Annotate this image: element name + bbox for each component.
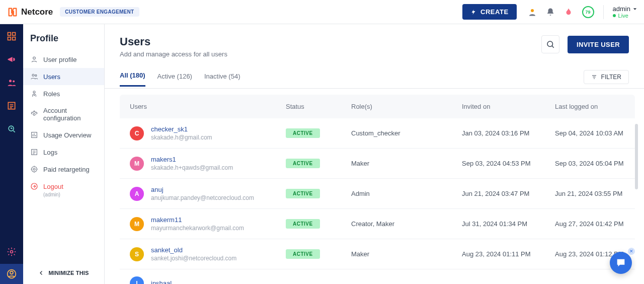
retarget-icon bbox=[30, 165, 38, 173]
sidebar-item-label: User profile bbox=[43, 56, 76, 63]
tab-all[interactable]: All (180) bbox=[120, 72, 145, 87]
topbar-icon-group: 79 admin Live bbox=[528, 5, 637, 19]
rail-profile-icon[interactable] bbox=[0, 264, 23, 284]
user-name-link[interactable]: makerm11 bbox=[151, 216, 244, 224]
create-button[interactable]: CREATE bbox=[462, 4, 516, 20]
filter-button[interactable]: FILTER bbox=[584, 70, 629, 84]
roles-cell: Creator, Maker bbox=[351, 220, 462, 228]
table-row[interactable]: Ssanket_oldsanket.joshi@netcorecloud.com… bbox=[120, 239, 635, 269]
invited-cell: Aug 23, 2024 01:11 PM bbox=[462, 250, 555, 258]
avatar: S bbox=[130, 247, 144, 261]
table-row[interactable]: Mmakerm11mayurmanchekarwork@gmail.comACT… bbox=[120, 209, 635, 239]
sidebar-item-account-config[interactable]: Account configuration bbox=[23, 102, 104, 126]
sidebar-item-users[interactable]: Users bbox=[23, 68, 104, 85]
rail-campaigns-icon[interactable] bbox=[7, 54, 17, 64]
svg-point-15 bbox=[33, 91, 35, 93]
avatar-icon[interactable] bbox=[528, 8, 537, 17]
invite-user-button[interactable]: INVITE USER bbox=[568, 36, 629, 53]
create-button-label: CREATE bbox=[480, 8, 508, 16]
usage-icon bbox=[30, 131, 38, 139]
chat-close-button[interactable]: ✕ bbox=[628, 248, 635, 255]
brand-name: Netcore bbox=[21, 7, 53, 17]
scrollbar[interactable] bbox=[635, 124, 638, 189]
sidebar-item-label: Account configuration bbox=[43, 107, 97, 122]
svg-point-6 bbox=[13, 81, 15, 83]
table-row[interactable]: Aanujanujkumar.pandey@netcorecloud.comAC… bbox=[120, 179, 635, 209]
user-name-link[interactable]: inshaal bbox=[151, 279, 172, 285]
sidebar: Profile User profile Users Roles Account… bbox=[23, 24, 105, 284]
col-invited: Invited on bbox=[462, 103, 555, 110]
svg-point-5 bbox=[9, 80, 12, 82]
logout-icon bbox=[30, 182, 38, 190]
table-row[interactable]: Mmakers1skakade.h+qawds@gmail.comACTIVEM… bbox=[120, 149, 635, 179]
logs-icon bbox=[30, 148, 38, 156]
svg-point-16 bbox=[34, 95, 34, 96]
avatar: C bbox=[130, 126, 144, 140]
status-badge: ACTIVE bbox=[286, 189, 320, 198]
user-name-link[interactable]: anuj bbox=[151, 186, 254, 193]
chevron-left-icon bbox=[38, 270, 44, 276]
avatar: M bbox=[130, 157, 144, 171]
invited-cell: Jan 03, 2024 03:16 PM bbox=[462, 129, 555, 137]
minimize-sidebar-button[interactable]: MINIMIZE THIS bbox=[23, 262, 104, 284]
status-badge: ACTIVE bbox=[286, 249, 320, 259]
score-indicator[interactable]: 79 bbox=[582, 6, 594, 18]
user-email: skakade.h+qawds@gmail.com bbox=[151, 164, 233, 171]
sidebar-item-roles[interactable]: Roles bbox=[23, 85, 104, 102]
user-name-link[interactable]: checker_sk1 bbox=[151, 125, 212, 133]
users-table: Users Status Role(s) Invited on Last log… bbox=[105, 95, 644, 284]
brand-logo[interactable]: Netcore bbox=[7, 7, 53, 18]
rail-dashboard-icon[interactable] bbox=[7, 31, 17, 41]
chat-icon bbox=[615, 257, 626, 268]
filter-label: FILTER bbox=[601, 74, 621, 81]
col-lastlog: Last logged on bbox=[555, 103, 630, 110]
main-content: Users Add and manage access for all user… bbox=[105, 24, 644, 284]
page-header: Users Add and manage access for all user… bbox=[105, 24, 644, 63]
rail-audience-icon[interactable] bbox=[7, 78, 17, 88]
user-menu[interactable]: admin Live bbox=[613, 5, 637, 19]
flame-icon[interactable] bbox=[564, 8, 573, 17]
netcore-logo-icon bbox=[7, 7, 18, 18]
search-button[interactable] bbox=[541, 35, 559, 53]
sidebar-item-label: Paid retargeting bbox=[43, 166, 90, 173]
svg-point-0 bbox=[531, 9, 534, 12]
left-rail bbox=[0, 24, 23, 284]
rail-content-icon[interactable] bbox=[7, 101, 17, 111]
svg-rect-3 bbox=[8, 37, 11, 40]
bell-icon[interactable] bbox=[546, 8, 555, 17]
lastlog-cell: Jun 21, 2024 03:55 PM bbox=[555, 190, 630, 197]
user-name: admin bbox=[613, 5, 630, 13]
sidebar-item-logs[interactable]: Logs bbox=[23, 144, 104, 161]
roles-cell: Maker bbox=[351, 160, 462, 167]
logout-subtext: (admin) bbox=[23, 192, 104, 197]
sidebar-item-label: Usage Overview bbox=[43, 131, 91, 139]
live-dot-icon bbox=[613, 14, 616, 17]
minimize-label: MINIMIZE THIS bbox=[48, 270, 89, 276]
config-icon bbox=[30, 110, 38, 118]
col-roles: Role(s) bbox=[351, 103, 462, 110]
table-row[interactable]: Iinshaal bbox=[120, 269, 635, 284]
user-status: Live bbox=[618, 13, 628, 19]
divider bbox=[603, 5, 604, 19]
tab-active[interactable]: Active (126) bbox=[157, 73, 192, 86]
sidebar-item-user-profile[interactable]: User profile bbox=[23, 51, 104, 68]
svg-point-17 bbox=[33, 113, 35, 115]
invited-cell: Jun 21, 2024 03:47 PM bbox=[462, 190, 555, 197]
svg-point-21 bbox=[33, 168, 35, 170]
sidebar-item-label: Logout bbox=[43, 183, 63, 190]
tab-inactive[interactable]: Inactive (54) bbox=[204, 73, 240, 86]
user-icon bbox=[30, 55, 38, 63]
avatar: A bbox=[130, 187, 144, 201]
sidebar-item-usage-overview[interactable]: Usage Overview bbox=[23, 126, 104, 144]
table-row[interactable]: Cchecker_sk1skakade.h@gmail.comACTIVECus… bbox=[120, 118, 635, 149]
svg-rect-2 bbox=[13, 33, 16, 36]
svg-rect-1 bbox=[8, 33, 11, 36]
rail-settings-icon[interactable] bbox=[7, 247, 17, 257]
sidebar-item-paid-retargeting[interactable]: Paid retargeting bbox=[23, 161, 104, 178]
sidebar-item-label: Users bbox=[43, 73, 60, 81]
chat-button[interactable] bbox=[610, 252, 632, 274]
user-name-link[interactable]: sanket_old bbox=[151, 246, 236, 254]
svg-point-20 bbox=[32, 167, 37, 172]
rail-analytics-icon[interactable] bbox=[7, 124, 17, 134]
user-name-link[interactable]: makers1 bbox=[151, 156, 233, 163]
